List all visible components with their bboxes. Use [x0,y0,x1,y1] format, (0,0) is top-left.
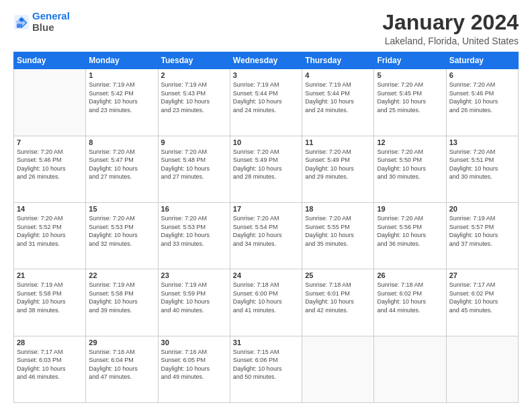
table-row [446,336,518,402]
day-info: Sunrise: 7:16 AM Sunset: 6:05 PM Dayligh… [161,348,227,381]
table-row: 13Sunrise: 7:20 AM Sunset: 5:51 PM Dayli… [446,136,518,202]
table-row: 20Sunrise: 7:19 AM Sunset: 5:57 PM Dayli… [446,202,518,269]
table-row: 9Sunrise: 7:20 AM Sunset: 5:48 PM Daylig… [158,136,230,202]
table-row: 6Sunrise: 7:20 AM Sunset: 5:46 PM Daylig… [446,69,518,136]
day-number: 26 [377,271,443,279]
table-row: 24Sunrise: 7:18 AM Sunset: 6:00 PM Dayli… [230,269,302,336]
day-number: 20 [449,205,515,213]
day-info: Sunrise: 7:20 AM Sunset: 5:49 PM Dayligh… [233,148,299,181]
day-info: Sunrise: 7:19 AM Sunset: 5:42 PM Dayligh… [89,81,154,114]
table-row: 31Sunrise: 7:15 AM Sunset: 6:06 PM Dayli… [230,336,302,402]
day-number: 3 [233,71,299,79]
table-row: 18Sunrise: 7:20 AM Sunset: 5:55 PM Dayli… [302,202,374,269]
table-row: 8Sunrise: 7:20 AM Sunset: 5:47 PM Daylig… [86,136,158,202]
day-number: 14 [17,205,83,213]
day-info: Sunrise: 7:19 AM Sunset: 5:44 PM Dayligh… [233,81,299,114]
day-number: 24 [233,271,299,279]
day-number: 23 [161,271,227,279]
day-number: 11 [305,138,371,146]
table-row: 11Sunrise: 7:20 AM Sunset: 5:49 PM Dayli… [302,136,374,202]
day-info: Sunrise: 7:20 AM Sunset: 5:48 PM Dayligh… [161,148,227,181]
day-info: Sunrise: 7:20 AM Sunset: 5:47 PM Dayligh… [89,148,154,181]
table-row: 7Sunrise: 7:20 AM Sunset: 5:46 PM Daylig… [14,136,86,202]
table-row: 29Sunrise: 7:16 AM Sunset: 6:04 PM Dayli… [86,336,158,402]
day-number: 8 [89,138,154,146]
day-info: Sunrise: 7:20 AM Sunset: 5:55 PM Dayligh… [305,214,371,248]
table-row: 17Sunrise: 7:20 AM Sunset: 5:54 PM Dayli… [230,202,302,269]
logo: General Blue [13,11,70,33]
day-info: Sunrise: 7:19 AM Sunset: 5:43 PM Dayligh… [161,81,227,114]
calendar-week-row: 7Sunrise: 7:20 AM Sunset: 5:46 PM Daylig… [14,136,519,202]
logo-icon [13,14,30,30]
day-number: 25 [305,271,371,279]
day-number: 1 [89,71,154,79]
day-number: 30 [161,338,227,347]
table-row [302,336,374,402]
col-tuesday: Tuesday [158,52,230,69]
calendar-table: Sunday Monday Tuesday Wednesday Thursday… [13,52,519,403]
day-info: Sunrise: 7:18 AM Sunset: 6:01 PM Dayligh… [305,281,371,314]
col-monday: Monday [86,52,158,69]
table-row: 27Sunrise: 7:17 AM Sunset: 6:02 PM Dayli… [446,269,518,336]
table-row: 14Sunrise: 7:20 AM Sunset: 5:52 PM Dayli… [14,202,86,269]
table-row [374,336,446,402]
day-info: Sunrise: 7:20 AM Sunset: 5:46 PM Dayligh… [449,81,515,114]
day-info: Sunrise: 7:18 AM Sunset: 6:00 PM Dayligh… [233,281,299,314]
day-number: 13 [449,138,515,146]
day-info: Sunrise: 7:15 AM Sunset: 6:06 PM Dayligh… [233,348,299,381]
day-info: Sunrise: 7:20 AM Sunset: 5:52 PM Dayligh… [17,214,83,248]
svg-rect-2 [17,24,22,28]
table-row: 15Sunrise: 7:20 AM Sunset: 5:53 PM Dayli… [86,202,158,269]
table-row: 21Sunrise: 7:19 AM Sunset: 5:58 PM Dayli… [14,269,86,336]
day-info: Sunrise: 7:20 AM Sunset: 5:50 PM Dayligh… [377,148,443,181]
calendar-title: January 2024 [382,11,519,34]
table-row: 1Sunrise: 7:19 AM Sunset: 5:42 PM Daylig… [86,69,158,136]
day-info: Sunrise: 7:19 AM Sunset: 5:58 PM Dayligh… [17,281,83,314]
col-sunday: Sunday [14,52,86,69]
title-block: January 2024 Lakeland, Florida, United S… [382,11,519,46]
day-number: 27 [449,271,515,279]
day-info: Sunrise: 7:19 AM Sunset: 5:58 PM Dayligh… [89,281,154,314]
day-info: Sunrise: 7:19 AM Sunset: 5:59 PM Dayligh… [161,281,227,314]
col-thursday: Thursday [302,52,374,69]
table-row [14,69,86,136]
day-info: Sunrise: 7:20 AM Sunset: 5:45 PM Dayligh… [377,81,443,114]
table-row: 2Sunrise: 7:19 AM Sunset: 5:43 PM Daylig… [158,69,230,136]
calendar-week-row: 28Sunrise: 7:17 AM Sunset: 6:03 PM Dayli… [14,336,519,402]
col-friday: Friday [374,52,446,69]
day-number: 9 [161,138,227,146]
day-info: Sunrise: 7:20 AM Sunset: 5:51 PM Dayligh… [449,148,515,181]
table-row: 26Sunrise: 7:18 AM Sunset: 6:02 PM Dayli… [374,269,446,336]
day-info: Sunrise: 7:17 AM Sunset: 6:02 PM Dayligh… [449,281,515,314]
day-info: Sunrise: 7:19 AM Sunset: 5:44 PM Dayligh… [305,81,371,114]
table-row: 16Sunrise: 7:20 AM Sunset: 5:53 PM Dayli… [158,202,230,269]
day-info: Sunrise: 7:16 AM Sunset: 6:04 PM Dayligh… [89,348,154,381]
day-info: Sunrise: 7:20 AM Sunset: 5:46 PM Dayligh… [17,148,83,181]
day-info: Sunrise: 7:20 AM Sunset: 5:53 PM Dayligh… [89,214,154,248]
table-row: 23Sunrise: 7:19 AM Sunset: 5:59 PM Dayli… [158,269,230,336]
day-number: 18 [305,205,371,213]
page: General Blue January 2024 Lakeland, Flor… [0,0,532,411]
day-number: 5 [377,71,443,79]
day-number: 22 [89,271,154,279]
calendar-week-row: 14Sunrise: 7:20 AM Sunset: 5:52 PM Dayli… [14,202,519,269]
day-info: Sunrise: 7:20 AM Sunset: 5:54 PM Dayligh… [233,214,299,248]
table-row: 30Sunrise: 7:16 AM Sunset: 6:05 PM Dayli… [158,336,230,402]
table-row: 25Sunrise: 7:18 AM Sunset: 6:01 PM Dayli… [302,269,374,336]
table-row: 4Sunrise: 7:19 AM Sunset: 5:44 PM Daylig… [302,69,374,136]
day-number: 21 [17,271,83,279]
calendar-week-row: 1Sunrise: 7:19 AM Sunset: 5:42 PM Daylig… [14,69,519,136]
col-saturday: Saturday [446,52,518,69]
svg-point-1 [19,17,24,21]
day-number: 17 [233,205,299,213]
logo-text: General Blue [32,11,70,33]
calendar-week-row: 21Sunrise: 7:19 AM Sunset: 5:58 PM Dayli… [14,269,519,336]
day-number: 7 [17,138,83,146]
day-number: 31 [233,338,299,347]
table-row: 19Sunrise: 7:20 AM Sunset: 5:56 PM Dayli… [374,202,446,269]
day-number: 15 [89,205,154,213]
calendar-subtitle: Lakeland, Florida, United States [382,36,519,46]
table-row: 22Sunrise: 7:19 AM Sunset: 5:58 PM Dayli… [86,269,158,336]
day-number: 4 [305,71,371,79]
day-number: 28 [17,338,83,347]
